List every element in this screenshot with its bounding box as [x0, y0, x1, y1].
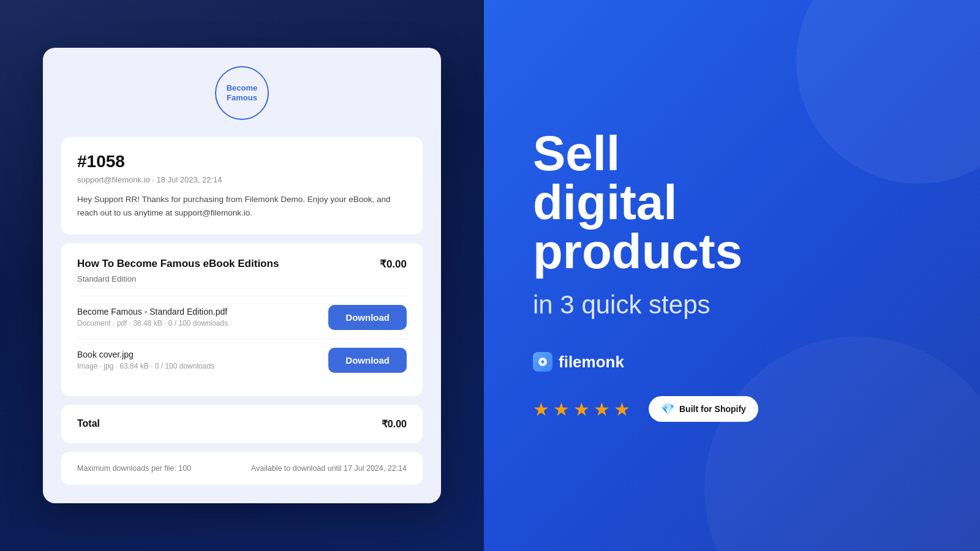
main-headline: Sell digital products	[533, 129, 931, 276]
shopify-badge: 💎 Built for Shopify	[649, 396, 758, 422]
headline-line1: Sell	[533, 126, 620, 181]
file-row-2: Book cover.jpg Image · jpg · 63.84 kB · …	[77, 339, 407, 381]
product-title: How To Become Famous eBook Editions	[77, 258, 279, 270]
star-2: ★	[553, 399, 570, 420]
star-5: ★	[614, 399, 630, 420]
stars-row: ★ ★ ★ ★ ★	[533, 399, 630, 420]
brand-row: filemonk	[533, 352, 931, 372]
logo-area: BecomeFamous	[61, 66, 423, 120]
product-header: How To Become Famous eBook Editions ₹0.0…	[77, 258, 407, 271]
file-meta-2: Image · jpg · 63.84 kB · 0 / 100 downloa…	[77, 362, 214, 370]
product-price: ₹0.00	[380, 258, 407, 271]
total-value: ₹0.00	[382, 418, 407, 430]
download-button-2[interactable]: Download	[328, 348, 407, 373]
order-meta: support@filemonk.io · 18 Jul 2023, 22:14	[77, 175, 407, 184]
product-section: How To Become Famous eBook Editions ₹0.0…	[61, 243, 423, 396]
max-downloads-text: Maximum downloads per file: 100	[77, 464, 191, 473]
file-row-1: Become Famous - Standard Edition.pdf Doc…	[77, 296, 407, 339]
brand-icon	[533, 352, 552, 372]
left-panel: BecomeFamous #1058 support@filemonk.io ·…	[0, 0, 484, 551]
file-info-2: Book cover.jpg Image · jpg · 63.84 kB · …	[77, 350, 214, 370]
brand-name: filemonk	[559, 353, 624, 372]
order-id: #1058	[77, 152, 407, 171]
available-until-text: Available to download until 17 Jul 2024,…	[251, 464, 407, 473]
download-button-1[interactable]: Download	[328, 305, 407, 330]
logo-text: BecomeFamous	[227, 83, 258, 104]
star-1: ★	[533, 399, 549, 420]
star-3: ★	[573, 399, 590, 420]
headline-line3: products	[533, 224, 742, 279]
product-edition: Standard Edition	[77, 274, 407, 283]
headline-line2: digital	[533, 175, 677, 230]
star-4: ★	[594, 399, 610, 420]
file-name-1: Become Famous - Standard Edition.pdf	[77, 307, 228, 317]
order-message: Hey Support RR! Thanks for purchasing fr…	[77, 193, 407, 219]
sub-headline: in 3 quick steps	[533, 288, 931, 322]
order-section: #1058 support@filemonk.io · 18 Jul 2023,…	[61, 137, 423, 234]
total-label: Total	[77, 418, 100, 429]
footer-section: Maximum downloads per file: 100 Availabl…	[61, 452, 423, 485]
bottom-row: ★ ★ ★ ★ ★ 💎 Built for Shopify	[533, 396, 931, 422]
order-card: BecomeFamous #1058 support@filemonk.io ·…	[43, 48, 441, 503]
logo-circle: BecomeFamous	[215, 66, 269, 120]
total-section: Total ₹0.00	[61, 405, 423, 443]
shopify-gem-icon: 💎	[661, 402, 674, 416]
file-info-1: Become Famous - Standard Edition.pdf Doc…	[77, 307, 228, 328]
file-meta-1: Document · pdf · 38.48 kB · 0 / 100 down…	[77, 319, 228, 328]
right-panel: Sell digital products in 3 quick steps f…	[484, 0, 980, 551]
shopify-badge-text: Built for Shopify	[679, 404, 746, 414]
file-name-2: Book cover.jpg	[77, 350, 214, 359]
